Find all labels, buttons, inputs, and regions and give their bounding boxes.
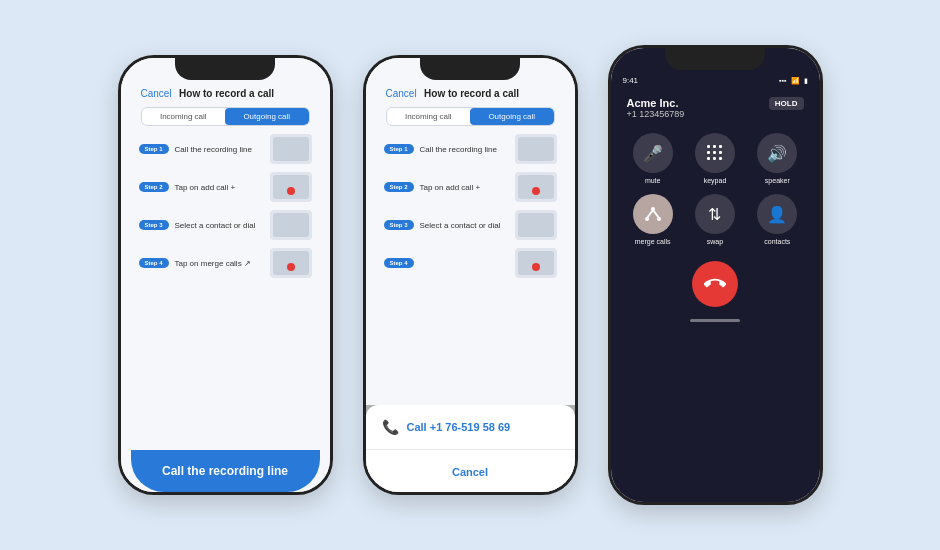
step-text-4: Tap on merge calls ↗ bbox=[175, 259, 264, 268]
swap-label: swap bbox=[707, 238, 723, 245]
svg-rect-2 bbox=[719, 145, 722, 148]
modal-sheet: 📞 Call +1 76-519 58 69 Cancel bbox=[366, 405, 575, 492]
svg-point-11 bbox=[651, 207, 655, 211]
step-thumb-2-3 bbox=[515, 210, 557, 240]
svg-rect-3 bbox=[707, 151, 710, 154]
cancel-button-2[interactable]: Cancel bbox=[386, 88, 417, 99]
step-text-2-3: Select a contact or dial bbox=[420, 221, 509, 230]
step-text-2-1: Call the recording line bbox=[420, 145, 509, 154]
merge-calls-label: merge calls bbox=[635, 238, 671, 245]
modal-cancel-row[interactable]: Cancel bbox=[366, 450, 575, 492]
svg-point-10 bbox=[657, 217, 661, 221]
keypad-circle bbox=[695, 133, 735, 173]
cancel-button-1[interactable]: Cancel bbox=[141, 88, 172, 99]
step-badge-2-2: Step 2 bbox=[384, 182, 414, 192]
merge-calls-button[interactable]: merge calls bbox=[627, 194, 679, 245]
svg-rect-1 bbox=[713, 145, 716, 148]
tabs-2: Incoming call Outgoing call bbox=[386, 107, 555, 126]
hold-label: HOLD bbox=[769, 97, 804, 110]
step-text-2-2: Tap on add call + bbox=[420, 183, 509, 192]
step-badge-1: Step 1 bbox=[139, 144, 169, 154]
bottom-cta-1[interactable]: Call the recording line bbox=[131, 450, 320, 492]
phone-1: Cancel How to record a call Incoming cal… bbox=[118, 55, 333, 495]
svg-rect-0 bbox=[707, 145, 710, 148]
step-row-2-3: Step 3 Select a contact or dial bbox=[384, 210, 557, 240]
step-row-1: Step 1 Call the recording line bbox=[139, 134, 312, 164]
step-text-1: Call the recording line bbox=[175, 145, 264, 154]
svg-point-9 bbox=[645, 217, 649, 221]
caller-info: Acme Inc. +1 123456789 bbox=[627, 97, 685, 119]
contacts-circle: 👤 bbox=[757, 194, 797, 234]
step-row-2-4: Step 4 bbox=[384, 248, 557, 278]
svg-rect-7 bbox=[713, 157, 716, 160]
swap-circle: ⇅ bbox=[695, 194, 735, 234]
call-time: 9:41 bbox=[623, 76, 639, 85]
modal-cancel-text: Cancel bbox=[452, 466, 488, 478]
step-thumb-1 bbox=[270, 134, 312, 164]
step-thumb-3 bbox=[270, 210, 312, 240]
step-badge-4: Step 4 bbox=[139, 258, 169, 268]
speaker-circle: 🔊 bbox=[757, 133, 797, 173]
tab-outgoing-1[interactable]: Outgoing call bbox=[225, 108, 309, 125]
step-badge-2: Step 2 bbox=[139, 182, 169, 192]
phone-3: 9:41 ▪▪▪ 📶 ▮ Acme Inc. +1 123456789 HOLD… bbox=[608, 45, 823, 505]
svg-rect-4 bbox=[713, 151, 716, 154]
call-status-bar: 9:41 ▪▪▪ 📶 ▮ bbox=[611, 76, 820, 85]
step-thumb-2-2 bbox=[515, 172, 557, 202]
steps-list-1: Step 1 Call the recording line Step 2 Ta… bbox=[131, 134, 320, 450]
step-text-2: Tap on add call + bbox=[175, 183, 264, 192]
screen-header-1: Cancel How to record a call bbox=[131, 88, 320, 99]
tab-outgoing-2[interactable]: Outgoing call bbox=[470, 108, 554, 125]
signal-icon: ▪▪▪ bbox=[779, 77, 786, 84]
screen-title-2: How to record a call bbox=[424, 88, 519, 99]
mute-button[interactable]: 🎤 mute bbox=[627, 133, 679, 184]
tabs-1: Incoming call Outgoing call bbox=[141, 107, 310, 126]
call-buttons-grid: 🎤 mute keypad 🔊 speaker bbox=[611, 119, 820, 253]
phone-call-icon: 📞 bbox=[382, 419, 399, 435]
battery-icon: ▮ bbox=[804, 77, 808, 85]
wifi-icon: 📶 bbox=[791, 77, 800, 85]
call-icons: ▪▪▪ 📶 ▮ bbox=[779, 77, 807, 85]
step-thumb-4 bbox=[270, 248, 312, 278]
tab-incoming-2[interactable]: Incoming call bbox=[387, 108, 471, 125]
step-thumb-2 bbox=[270, 172, 312, 202]
mute-circle: 🎤 bbox=[633, 133, 673, 173]
speaker-label: speaker bbox=[765, 177, 790, 184]
modal-call-text: Call +1 76-519 58 69 bbox=[407, 421, 511, 433]
step-row-2-1: Step 1 Call the recording line bbox=[384, 134, 557, 164]
step-row-2-2: Step 2 Tap on add call + bbox=[384, 172, 557, 202]
modal-call-row[interactable]: 📞 Call +1 76-519 58 69 bbox=[366, 405, 575, 450]
screen-header-2: Cancel How to record a call bbox=[376, 88, 565, 99]
call-hold-row: Acme Inc. +1 123456789 HOLD bbox=[611, 89, 820, 119]
step-row-3: Step 3 Select a contact or dial bbox=[139, 210, 312, 240]
merge-calls-circle bbox=[633, 194, 673, 234]
screen-title-1: How to record a call bbox=[179, 88, 274, 99]
modal-overlay: 📞 Call +1 76-519 58 69 Cancel bbox=[366, 405, 575, 492]
svg-rect-6 bbox=[707, 157, 710, 160]
caller-name: Acme Inc. bbox=[627, 97, 685, 109]
step-badge-2-3: Step 3 bbox=[384, 220, 414, 230]
step-text-3: Select a contact or dial bbox=[175, 221, 264, 230]
contacts-button[interactable]: 👤 contacts bbox=[751, 194, 803, 245]
end-call-row bbox=[611, 253, 820, 315]
keypad-label: keypad bbox=[704, 177, 727, 184]
step-row-2: Step 2 Tap on add call + bbox=[139, 172, 312, 202]
step-badge-2-4: Step 4 bbox=[384, 258, 414, 268]
speaker-button[interactable]: 🔊 speaker bbox=[751, 133, 803, 184]
end-call-button[interactable] bbox=[692, 261, 738, 307]
step-row-4: Step 4 Tap on merge calls ↗ bbox=[139, 248, 312, 278]
step-badge-2-1: Step 1 bbox=[384, 144, 414, 154]
keypad-button[interactable]: keypad bbox=[689, 133, 741, 184]
step-thumb-2-4 bbox=[515, 248, 557, 278]
svg-rect-5 bbox=[719, 151, 722, 154]
svg-rect-8 bbox=[719, 157, 722, 160]
mute-label: mute bbox=[645, 177, 661, 184]
step-thumb-2-1 bbox=[515, 134, 557, 164]
step-badge-3: Step 3 bbox=[139, 220, 169, 230]
tab-incoming-1[interactable]: Incoming call bbox=[142, 108, 226, 125]
contacts-label: contacts bbox=[764, 238, 790, 245]
home-indicator bbox=[690, 319, 740, 322]
phone-2: Cancel How to record a call Incoming cal… bbox=[363, 55, 578, 495]
caller-number: +1 123456789 bbox=[627, 109, 685, 119]
swap-button[interactable]: ⇅ swap bbox=[689, 194, 741, 245]
